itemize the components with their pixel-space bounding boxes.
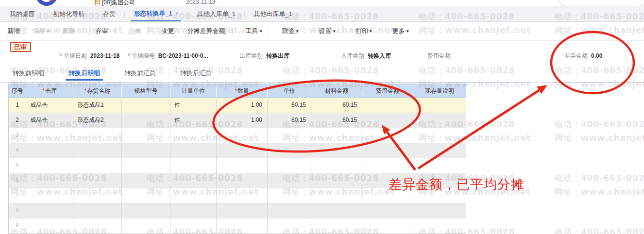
table-cell[interactable] [413,158,466,173]
table-cell[interactable] [26,218,73,233]
tab-other-inbound[interactable]: 其他入库单_1 [195,6,238,21]
table-cell[interactable] [122,98,170,113]
field-value[interactable]: BC-2023-11-00-0... [158,52,208,59]
change-button[interactable]: 变更 [162,27,174,35]
company-selector[interactable]: [00]集团公司 [95,0,135,7]
table-cell[interactable] [170,143,217,158]
table-cell[interactable] [268,173,311,188]
subtab-after-summary[interactable]: 转换后汇总 [177,68,215,81]
table-cell[interactable] [268,218,311,233]
table-cell[interactable] [268,158,311,173]
table-cell[interactable] [26,173,73,188]
settings-menu[interactable]: 设置▾ [319,27,336,35]
table-row[interactable]: 9 [9,218,466,234]
table-cell[interactable] [26,128,73,143]
print-menu[interactable]: 打印▾ [356,27,372,35]
table-cell[interactable] [311,173,362,188]
table-row[interactable]: 3 [9,128,466,143]
table-cell[interactable] [362,218,413,233]
table-row[interactable]: 7 [9,188,466,203]
table-cell[interactable] [217,143,268,158]
table-cell[interactable] [217,128,268,143]
table-cell[interactable]: 60.15 [268,113,311,128]
table-cell[interactable] [122,203,170,218]
tab-my-desktop[interactable]: 我的桌面 [7,6,37,21]
table-cell[interactable]: 60.15 [311,98,362,113]
table-cell[interactable] [362,98,413,113]
tools-menu[interactable]: 工具▾ [246,27,262,35]
table-cell[interactable] [26,158,73,173]
table-cell[interactable] [413,203,466,218]
tab-other-outbound[interactable]: 其他出库单_1 [251,6,294,21]
field-value[interactable]: 0.00 [591,52,602,59]
table-cell[interactable] [170,173,217,188]
table-cell[interactable] [413,143,466,158]
table-cell[interactable] [362,188,413,203]
field-value[interactable]: 转换出库 [266,52,289,60]
table-cell[interactable] [413,128,466,143]
subtab-after-detail[interactable]: 转换后明细 [66,68,103,81]
table-cell[interactable]: 1.00 [217,113,268,128]
field-value[interactable]: 转换入库 [368,52,391,60]
table-cell[interactable] [73,203,122,218]
table-cell[interactable] [122,173,170,188]
table-cell[interactable] [268,203,311,218]
table-cell[interactable] [122,143,170,158]
table-cell[interactable] [268,143,311,158]
subtab-before-detail[interactable]: 转换前明细 [10,68,47,81]
table-cell[interactable] [413,218,466,233]
table-cell[interactable] [26,203,73,218]
table-cell[interactable]: 1.00 [217,98,268,113]
table-cell[interactable] [26,143,73,158]
table-cell[interactable] [311,128,362,143]
table-row[interactable]: 8 [9,203,466,218]
table-cell[interactable] [362,143,413,158]
table-cell[interactable] [122,188,170,203]
field-value[interactable]: 2023-11-18 [90,52,120,59]
table-cell[interactable] [362,203,413,218]
table-row[interactable]: 6 [9,173,466,188]
tab-close-icon[interactable]: × [175,10,179,17]
table-cell[interactable] [170,218,217,233]
table-cell[interactable] [122,218,170,233]
table-cell[interactable] [268,128,311,143]
table-cell[interactable] [217,188,268,203]
table-row[interactable]: 4 [9,143,466,158]
table-cell[interactable] [413,173,466,188]
table-cell[interactable]: 件 [170,98,217,113]
table-cell[interactable]: 60.15 [311,113,362,128]
table-cell[interactable] [170,158,217,173]
table-cell[interactable] [413,113,466,128]
table-cell[interactable] [73,188,122,203]
subtab-before-summary[interactable]: 转换前汇总 [121,68,159,81]
table-cell[interactable]: 形态成品2 [73,113,122,128]
table-cell[interactable] [122,158,170,173]
table-cell[interactable] [362,173,413,188]
table-cell[interactable] [362,158,413,173]
table-cell[interactable]: 60.15 [268,98,311,113]
table-cell[interactable] [311,143,362,158]
table-cell[interactable] [268,188,311,203]
table-cell[interactable] [170,128,217,143]
table-row[interactable]: 1成品仓形态成品1件1.0060.1560.15 [9,98,466,113]
table-cell[interactable] [362,113,413,128]
allocate-diff-amount-button[interactable]: 分摊差异金额 [187,27,225,35]
search-input[interactable] [559,0,644,6]
table-cell[interactable] [73,158,122,173]
table-cell[interactable] [217,218,268,233]
table-cell[interactable] [73,143,122,158]
unapprove-button[interactable]: 弃审 [96,27,108,35]
table-cell[interactable]: 成品仓 [26,113,73,128]
table-cell[interactable] [413,188,466,203]
linked-query-menu[interactable]: 联查▾ [282,27,299,35]
table-cell[interactable] [170,203,217,218]
table-row[interactable]: 5 [9,158,466,173]
table-cell[interactable] [311,218,362,233]
table-cell[interactable] [217,203,268,218]
table-cell[interactable] [73,218,122,233]
table-cell[interactable] [217,173,268,188]
table-cell[interactable] [73,128,122,143]
tab-form-conversion[interactable]: 形态转换单_1× [131,6,181,21]
table-cell[interactable] [122,128,170,143]
table-cell[interactable]: 成品仓 [26,98,73,113]
